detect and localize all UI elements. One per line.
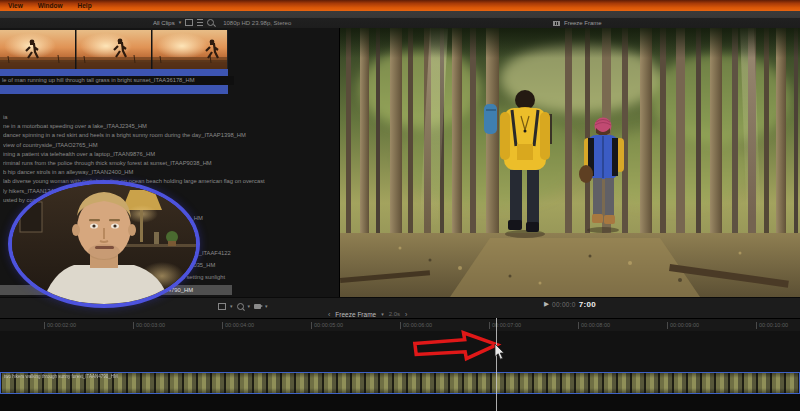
browser-toolbar-cluster: All Clips ▾ 1080p HD 23.98p, Stereo [153, 19, 291, 26]
ruler-timecode-label: 00:00:03:00 [133, 322, 165, 329]
app-window: View Window Help All Clips ▾ 1080p HD 23… [0, 0, 800, 411]
ruler-timecode-label: 00:00:08:00 [578, 322, 610, 329]
viewer-header-cluster: Freeze Frame [553, 20, 602, 26]
timecode-prefix: 00:00:0 [552, 301, 576, 308]
camera-view-icon[interactable] [254, 304, 261, 309]
ruler-timecode-label: 00:00:10:00 [756, 322, 788, 329]
transport-controls: ▶ 00:00:0 7:00 [340, 299, 800, 310]
menu-window[interactable]: Window [38, 2, 63, 9]
ruler-timecode-label: 00:00:07:00 [489, 322, 521, 329]
viewer-clip-name: Freeze Frame [564, 20, 602, 26]
selected-list-row[interactable] [0, 85, 228, 94]
filmstrip-thumbnail[interactable] [0, 30, 228, 69]
timeline-clip-name[interactable]: Freeze Frame [335, 311, 376, 318]
play-button[interactable]: ▶ [544, 301, 549, 308]
clip-appearance-icon[interactable] [185, 19, 193, 26]
timeline-clip-label: two hikers walking through sunny forest_… [4, 374, 118, 379]
clip-list-item[interactable]: b hip dancer strols in an alleyway_ITAAN… [3, 168, 323, 177]
clip-list-item[interactable]: dancer spinning in a red skirt and heels… [3, 131, 323, 140]
ruler-timecode-label: 00:00:09:00 [667, 322, 699, 329]
timecode-current[interactable]: 7:00 [579, 300, 596, 309]
sunset-filmstrip-graphic [0, 30, 228, 69]
view-options-icon[interactable] [218, 303, 226, 310]
search-icon[interactable] [207, 19, 214, 26]
clip-list-item[interactable]: view of countryside_ITAAO2765_HM [3, 141, 323, 150]
next-clip-arrow[interactable]: › [405, 311, 407, 318]
chevron-down-icon: ▾ [179, 20, 182, 25]
viewer-video-frame [340, 28, 800, 297]
list-view-icon[interactable] [197, 19, 203, 26]
chevron-down-icon: ▾ [230, 304, 233, 309]
ruler-timecode-label: 00:00:02:00 [44, 322, 76, 329]
webcam-overlay [8, 180, 200, 308]
timeline-ruler[interactable]: 00:00:02:0000:00:03:0000:00:04:0000:00:0… [0, 318, 800, 331]
timeline-lower-area [0, 394, 800, 411]
mouse-cursor [494, 344, 507, 361]
selected-clip-caption[interactable]: le of man running up hill through tall g… [0, 76, 234, 85]
ruler-timecode-label: 00:00:06:00 [400, 322, 432, 329]
menu-help[interactable]: Help [78, 2, 92, 9]
clip-list-item[interactable]: ining a patient via telehealth over a la… [3, 150, 323, 159]
zoom-tool-icon[interactable] [237, 303, 244, 310]
top-toolbar: All Clips ▾ 1080p HD 23.98p, Stereo Free… [0, 11, 800, 28]
clip-list-item[interactable]: ne in a motorboat speeding over a lake_I… [3, 122, 323, 131]
previous-clip-arrow[interactable]: ‹ [328, 311, 330, 318]
menu-view[interactable]: View [8, 2, 23, 9]
selection-highlight-bar [0, 69, 228, 76]
chevron-down-icon: ▾ [381, 312, 384, 317]
timeline-clip[interactable]: two hikers walking through sunny forest_… [0, 372, 800, 394]
clip-duration: 2.0s [389, 311, 400, 317]
red-arrow-annotation [411, 330, 503, 366]
viewer-panel [340, 28, 800, 297]
project-format-info: 1080p HD 23.98p, Stereo [223, 20, 291, 26]
chevron-down-icon: ▾ [265, 304, 268, 309]
chevron-down-icon: ▾ [248, 304, 251, 309]
clip-list-item[interactable]: riminal runs from the police through thi… [3, 159, 323, 168]
timeline-track-area[interactable] [0, 331, 800, 372]
presenter-face [12, 184, 196, 304]
film-frame-icon [553, 21, 560, 26]
clip-filter-dropdown[interactable]: All Clips [153, 20, 175, 26]
ruler-timecode-label: 00:00:05:00 [311, 322, 343, 329]
menu-bar: View Window Help [0, 0, 800, 11]
playhead[interactable] [496, 318, 497, 411]
clip-list-item[interactable]: lab diverse young woman with curly hair … [3, 177, 323, 186]
viewer-view-options: ▾ ▾ ▾ [218, 303, 268, 310]
clip-list-item[interactable]: ia [3, 113, 323, 122]
ruler-timecode-label: 00:00:04:00 [222, 322, 254, 329]
